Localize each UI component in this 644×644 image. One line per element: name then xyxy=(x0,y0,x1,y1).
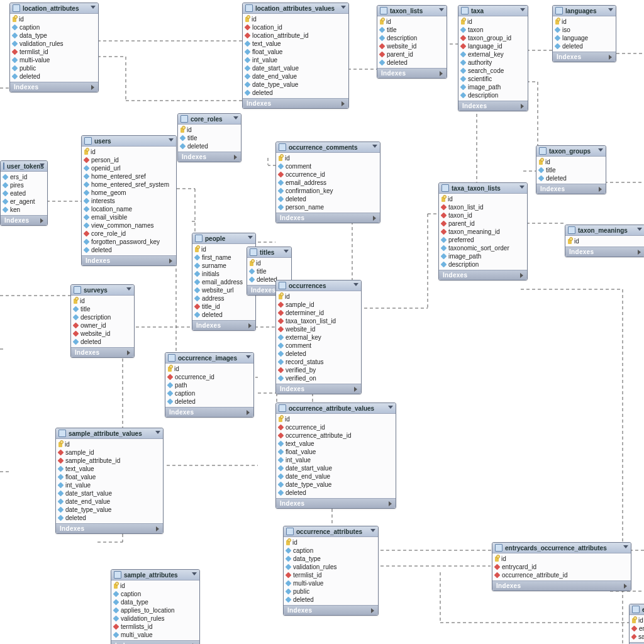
column[interactable]: external_key xyxy=(461,50,524,58)
column[interactable]: multi-value xyxy=(13,56,94,64)
table-header[interactable]: sample_attributes xyxy=(111,570,199,580)
column[interactable]: search_code xyxy=(461,67,524,75)
table-header[interactable]: occurrences xyxy=(276,280,361,291)
column[interactable]: date_type_value xyxy=(58,506,159,514)
column[interactable]: id xyxy=(168,365,250,373)
column[interactable]: pires xyxy=(3,181,43,189)
column[interactable]: address xyxy=(195,294,252,303)
column[interactable]: ers_id xyxy=(3,173,43,181)
column[interactable]: language xyxy=(555,34,612,42)
table-entry_partial[interactable]: entryidentrycarsample_iIndexes xyxy=(629,604,644,644)
column[interactable]: website_url xyxy=(195,286,252,294)
column[interactable]: id xyxy=(380,18,443,26)
column[interactable]: id xyxy=(441,195,523,203)
indexes-row[interactable]: Indexes xyxy=(276,498,396,508)
indexes-row[interactable]: Indexes xyxy=(377,68,447,78)
column[interactable]: id xyxy=(84,148,172,156)
column[interactable]: scientific xyxy=(461,75,524,83)
table-occurrence_attribute_values[interactable]: occurrence_attribute_valuesidoccurrence_… xyxy=(275,402,396,509)
table-header[interactable]: location_attributes xyxy=(10,3,98,14)
column[interactable]: email_visible xyxy=(84,213,172,221)
chevron-down-icon[interactable] xyxy=(637,228,642,231)
column[interactable]: forgotten_password_key xyxy=(84,238,172,246)
column[interactable]: taxa_taxon_list_id xyxy=(279,317,357,325)
table-header[interactable]: titles xyxy=(247,247,291,258)
column[interactable]: date_start_value xyxy=(58,489,159,497)
column[interactable]: surname xyxy=(195,262,252,270)
column[interactable]: public xyxy=(286,587,374,596)
column[interactable]: location_name xyxy=(84,205,172,213)
column[interactable]: taxonomic_sort_order xyxy=(441,244,523,252)
column[interactable]: view_common_names xyxy=(84,221,172,230)
column[interactable]: description xyxy=(74,313,130,321)
column[interactable]: id xyxy=(195,245,252,253)
column[interactable]: sample_id xyxy=(279,301,357,309)
table-header[interactable]: taxon_lists xyxy=(377,6,447,16)
table-header[interactable]: surveys xyxy=(71,285,134,296)
column[interactable]: first_name xyxy=(195,253,252,262)
column[interactable]: id xyxy=(279,292,357,301)
column[interactable]: title xyxy=(180,134,237,142)
table-header[interactable]: taxon_meanings xyxy=(565,225,644,236)
column[interactable]: data_type xyxy=(114,598,196,606)
column[interactable]: deleted xyxy=(74,338,130,346)
column[interactable]: title xyxy=(250,267,287,275)
column[interactable]: applies_to_location xyxy=(114,606,196,614)
column[interactable]: comment xyxy=(279,341,357,350)
indexes-row[interactable]: Indexes xyxy=(565,247,644,257)
indexes-row[interactable]: Indexes xyxy=(165,407,253,417)
table-surveys[interactable]: surveysidtitledescriptionowner_idwebsite… xyxy=(70,284,135,358)
indexes-row[interactable]: Indexes xyxy=(111,640,199,644)
column[interactable]: home_geom xyxy=(84,189,172,197)
column[interactable]: interests xyxy=(84,197,172,205)
column[interactable]: taxon_meaning_id xyxy=(441,228,523,236)
column[interactable]: date_end_value xyxy=(245,72,345,80)
indexes-row[interactable]: Indexes xyxy=(284,605,378,615)
column[interactable]: path xyxy=(168,381,250,389)
column[interactable]: text_value xyxy=(58,465,159,473)
column[interactable]: email_address xyxy=(279,179,376,187)
column[interactable]: deleted xyxy=(286,596,374,604)
column[interactable]: float_value xyxy=(245,48,345,56)
table-header[interactable]: occurrence_attribute_values xyxy=(276,403,396,414)
column[interactable]: iso xyxy=(555,26,612,34)
column[interactable]: taxon xyxy=(461,26,524,34)
column[interactable]: location_attribute_id xyxy=(245,31,345,40)
table-location_attributes_values[interactable]: location_attributes_valuesidlocation_idl… xyxy=(242,3,349,109)
table-header[interactable]: taxon_groups xyxy=(536,146,606,157)
column[interactable]: validation_rules xyxy=(13,40,94,48)
column[interactable]: id xyxy=(461,18,524,26)
column[interactable]: entrycard_id xyxy=(495,563,627,571)
column[interactable]: email_address xyxy=(195,278,252,286)
column[interactable]: id xyxy=(279,154,376,162)
column[interactable]: description xyxy=(461,91,524,99)
chevron-down-icon[interactable] xyxy=(192,572,197,575)
table-header[interactable]: occurrence_comments xyxy=(276,142,380,153)
indexes-row[interactable]: Indexes xyxy=(192,320,255,330)
chevron-down-icon[interactable] xyxy=(388,406,393,409)
column[interactable]: termlist_id xyxy=(13,48,94,56)
column[interactable]: id xyxy=(245,15,345,23)
column[interactable]: date_type_value xyxy=(279,480,392,489)
chevron-down-icon[interactable] xyxy=(439,8,444,11)
table-header[interactable]: languages xyxy=(553,6,616,16)
table-header[interactable]: entrycards_occurrence_attributes xyxy=(492,543,631,553)
column[interactable]: owner_id xyxy=(74,321,130,330)
table-header[interactable]: user_tokens xyxy=(1,161,47,172)
table-sample_attributes[interactable]: sample_attributesidcaptiondata_typeappli… xyxy=(111,569,200,644)
column[interactable]: deleted xyxy=(555,42,612,50)
table-occurrence_images[interactable]: occurrence_imagesidoccurrence_idpathcapt… xyxy=(165,352,254,418)
column[interactable]: termlist_id xyxy=(286,571,374,579)
column[interactable]: date_end_value xyxy=(58,497,159,506)
indexes-row[interactable]: Indexes xyxy=(458,101,528,111)
indexes-row[interactable]: Indexes xyxy=(276,213,380,223)
chevron-down-icon[interactable] xyxy=(155,431,160,434)
column[interactable]: date_type_value xyxy=(245,80,345,89)
column[interactable]: deleted xyxy=(245,89,345,97)
column[interactable]: determiner_id xyxy=(279,309,357,317)
table-header[interactable]: occurrence_attributes xyxy=(284,526,378,537)
column[interactable]: image_path xyxy=(441,252,523,260)
column[interactable]: record_status xyxy=(279,358,357,366)
chevron-down-icon[interactable] xyxy=(248,236,253,239)
column[interactable]: int_value xyxy=(58,481,159,489)
